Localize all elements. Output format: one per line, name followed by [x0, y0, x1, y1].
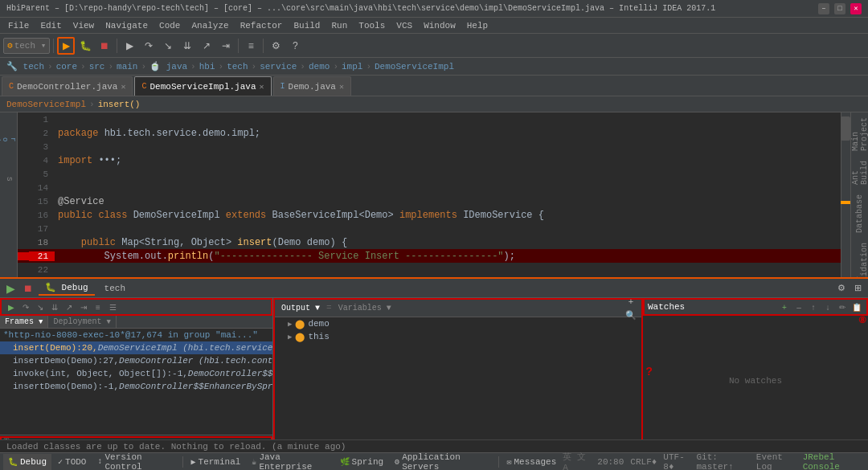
- close-button[interactable]: ✕: [850, 3, 862, 14]
- bc-src[interactable]: src: [89, 62, 105, 72]
- step-over-button[interactable]: ↷: [140, 37, 158, 55]
- bc-main[interactable]: main: [117, 62, 137, 72]
- bottom-tab-todo[interactable]: ✓ TODO: [53, 454, 91, 470]
- status-crlf[interactable]: CRLF♦: [630, 457, 657, 467]
- code-editor[interactable]: 1 2 package hbi.tech.service.demo.impl; …: [18, 112, 850, 277]
- step-out-button[interactable]: ↗: [198, 37, 215, 55]
- stop-button[interactable]: ⏹: [96, 37, 113, 55]
- bottom-tab-debug[interactable]: 🐛 Debug: [3, 454, 51, 470]
- right-panel-ant-build[interactable]: Ant Build: [850, 156, 868, 190]
- status-event-log[interactable]: Event Log: [756, 452, 796, 471]
- status-jrebel[interactable]: JRebel Console: [803, 452, 865, 471]
- menu-code[interactable]: Code: [154, 19, 185, 32]
- status-encoding[interactable]: UTF-8♦: [663, 452, 690, 471]
- watch-remove-button[interactable]: –: [792, 300, 805, 313]
- menu-edit[interactable]: Edit: [35, 19, 66, 32]
- stack-frame-1[interactable]: insertDemo(Demo):27, DemoController (hbi…: [0, 354, 272, 367]
- debug-tab-debug[interactable]: 🐛 Debug: [39, 280, 95, 296]
- watch-copy-button[interactable]: 📋: [850, 300, 863, 313]
- debug-step-into-small[interactable]: ↘: [34, 300, 47, 313]
- frames-tab-deployment[interactable]: Deployment ▼: [48, 316, 116, 328]
- debug-resume-small[interactable]: ▶: [5, 300, 18, 313]
- stack-frame-3[interactable]: insertDemo(Demo):-1, DemoController$$Enh…: [0, 380, 272, 393]
- bc-impl[interactable]: impl: [342, 62, 362, 72]
- var-item-this[interactable]: ▶ ⬤ this: [275, 330, 641, 343]
- debug-step-out-small[interactable]: ↗: [63, 300, 76, 313]
- tab-close-democontroller[interactable]: ✕: [121, 82, 125, 92]
- bc-tech[interactable]: 🔧 tech: [6, 61, 44, 72]
- menu-tools[interactable]: Tools: [354, 19, 390, 32]
- app-servers-tab-icon: ⚙: [395, 457, 399, 467]
- menu-refactor[interactable]: Refactor: [235, 19, 288, 32]
- menu-build[interactable]: Build: [289, 19, 325, 32]
- menu-analyze[interactable]: Analyze: [186, 19, 233, 32]
- bottom-tab-app-servers[interactable]: ⚙ Application Servers: [390, 454, 494, 470]
- var-item-demo[interactable]: ▶ ⬤ demo: [275, 317, 641, 330]
- bottom-tab-terminal[interactable]: ▶ Terminal: [186, 454, 246, 470]
- var-tab-variables[interactable]: Variables ▼: [335, 303, 395, 313]
- sidebar-project-icon[interactable]: Proj: [1, 116, 17, 164]
- debug-settings-button[interactable]: ⚙: [834, 281, 849, 296]
- right-panel-database[interactable]: Database: [854, 190, 866, 238]
- tab-demo[interactable]: I Demo.java ✕: [273, 76, 351, 96]
- minimize-button[interactable]: –: [818, 3, 829, 14]
- frames-tab-frames[interactable]: Frames ▼: [0, 316, 48, 328]
- debug-eval-small[interactable]: ≡: [92, 300, 104, 313]
- settings-button[interactable]: ⚙: [267, 37, 285, 55]
- debug-resume-button[interactable]: ▶: [3, 281, 18, 296]
- project-dropdown[interactable]: ⚙ tech ▾: [3, 38, 50, 54]
- bc-demoserviceimpl[interactable]: DemoServiceImpl: [375, 62, 454, 72]
- maximize-button[interactable]: □: [834, 3, 845, 14]
- watch-up-button[interactable]: ↑: [807, 300, 820, 313]
- debug-run-button[interactable]: 🐛: [76, 37, 94, 55]
- status-branch[interactable]: Git: master↑: [697, 452, 750, 471]
- bottom-tab-vcs[interactable]: ↕ Version Control: [92, 454, 178, 470]
- bottom-tab-spring[interactable]: 🌿 Spring: [335, 454, 389, 470]
- bottom-tab-java-enterprise[interactable]: ☕ Java Enterprise: [247, 454, 333, 470]
- bc-tech2[interactable]: tech: [227, 62, 248, 72]
- bc-demo[interactable]: demo: [309, 62, 330, 72]
- menu-vcs[interactable]: VCS: [391, 19, 417, 32]
- stack-frame-2[interactable]: invoke(int, Object, Object[]):-1, DemoCo…: [0, 367, 272, 380]
- debug-frames-btn[interactable]: ☰: [106, 300, 119, 313]
- debug-run-cursor-small[interactable]: ⇥: [77, 300, 90, 313]
- bc-service[interactable]: service: [260, 62, 297, 72]
- bottom-tab-messages[interactable]: ✉ Messages: [502, 454, 561, 470]
- debug-tab-tech[interactable]: tech: [98, 282, 132, 295]
- var-tab-output[interactable]: Output ▼: [278, 303, 323, 313]
- menu-file[interactable]: File: [3, 19, 34, 32]
- help-toolbar-button[interactable]: ?: [286, 37, 304, 55]
- debug-layout-button[interactable]: ⊞: [850, 281, 865, 296]
- editor-scrollbar[interactable]: [841, 112, 850, 277]
- right-panel-sql[interactable]: SQL Validation: [850, 238, 868, 277]
- watch-edit-button[interactable]: ✏: [836, 300, 849, 313]
- watch-add-button[interactable]: +: [778, 300, 791, 313]
- force-step-into-button[interactable]: ⇊: [178, 37, 196, 55]
- step-into-button[interactable]: ↘: [159, 37, 177, 55]
- tab-demoserviceimpl[interactable]: C DemoServiceImpl.java ✕: [134, 76, 271, 96]
- run-button[interactable]: ▶: [57, 37, 75, 55]
- debug-stop-button[interactable]: ⏹: [21, 281, 35, 296]
- sidebar-structure-icon[interactable]: S: [1, 172, 17, 186]
- debug-step-over-small[interactable]: ↷: [19, 300, 32, 313]
- var-add-button[interactable]: +: [624, 298, 638, 309]
- watch-down-button[interactable]: ↓: [821, 300, 834, 313]
- bc-core[interactable]: core: [56, 62, 77, 72]
- menu-view[interactable]: View: [68, 19, 99, 32]
- resume-button[interactable]: ▶: [121, 37, 138, 55]
- bc-java[interactable]: 🍵 java: [149, 61, 187, 72]
- menu-navigate[interactable]: Navigate: [100, 19, 153, 32]
- debug-force-step-into-small[interactable]: ⇊: [48, 300, 61, 313]
- tab-democontroller[interactable]: C DemoController.java ✕: [2, 76, 133, 96]
- breakpoint-21[interactable]: [19, 252, 27, 260]
- menu-run[interactable]: Run: [326, 19, 352, 32]
- menu-help[interactable]: Help: [462, 19, 493, 32]
- evaluate-expression-button[interactable]: ≡: [242, 37, 260, 55]
- bc-hbi[interactable]: hbi: [199, 62, 215, 72]
- menu-window[interactable]: Window: [419, 19, 461, 32]
- tab-close-demoserviceimpl[interactable]: ✕: [260, 82, 264, 92]
- run-to-cursor-button[interactable]: ⇥: [217, 37, 235, 55]
- stack-frame-0[interactable]: insert(Demo):20, DemoServiceImpl (hbi.te…: [0, 341, 272, 354]
- right-panel-main-project[interactable]: Main Project: [850, 112, 868, 156]
- tab-close-demo[interactable]: ✕: [339, 82, 344, 92]
